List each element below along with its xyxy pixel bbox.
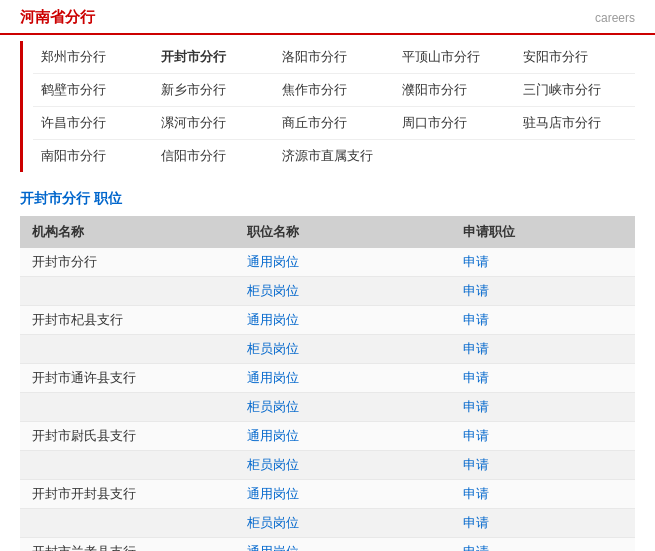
branch-row: 许昌市分行 漯河市分行 商丘市分行 周口市分行 驻马店市分行 [33, 107, 635, 140]
branch-cell[interactable]: 三门峡市分行 [515, 79, 635, 101]
org-name-cell: 开封市杞县支行 [20, 306, 235, 335]
branch-cell[interactable]: 商丘市分行 [274, 112, 394, 134]
position-cell[interactable]: 柜员岗位 [235, 509, 450, 538]
org-name-cell: 开封市通许县支行 [20, 364, 235, 393]
branch-cell[interactable]: 安阳市分行 [515, 46, 635, 68]
branch-cell [515, 145, 635, 167]
table-row: 开封市开封县支行通用岗位申请 [20, 480, 635, 509]
branch-cell[interactable]: 周口市分行 [394, 112, 514, 134]
org-name-cell [20, 277, 235, 306]
branch-row: 南阳市分行 信阳市分行 济源市直属支行 [33, 140, 635, 172]
position-link[interactable]: 柜员岗位 [247, 341, 299, 356]
branch-row: 郑州市分行 开封市分行 洛阳市分行 平顶山市分行 安阳市分行 [33, 41, 635, 74]
col-header-action: 申请职位 [451, 216, 636, 248]
branch-cell[interactable]: 开封市分行 [153, 46, 273, 68]
apply-link[interactable]: 申请 [463, 428, 489, 443]
action-cell[interactable]: 申请 [451, 393, 636, 422]
position-link[interactable]: 通用岗位 [247, 312, 299, 327]
position-cell[interactable]: 柜员岗位 [235, 451, 450, 480]
branch-cell[interactable]: 平顶山市分行 [394, 46, 514, 68]
branch-cell[interactable]: 郑州市分行 [33, 46, 153, 68]
action-cell[interactable]: 申请 [451, 422, 636, 451]
table-row: 柜员岗位申请 [20, 335, 635, 364]
table-row: 开封市尉氏县支行通用岗位申请 [20, 422, 635, 451]
position-link[interactable]: 柜员岗位 [247, 457, 299, 472]
table-row: 柜员岗位申请 [20, 509, 635, 538]
branch-row: 鹤壁市分行 新乡市分行 焦作市分行 濮阳市分行 三门峡市分行 [33, 74, 635, 107]
action-cell[interactable]: 申请 [451, 509, 636, 538]
careers-label: careers [595, 11, 635, 25]
apply-link[interactable]: 申请 [463, 370, 489, 385]
org-name-cell [20, 393, 235, 422]
province-title: 河南省分行 [20, 8, 95, 27]
position-cell[interactable]: 通用岗位 [235, 422, 450, 451]
page-header: 河南省分行 careers [0, 0, 655, 35]
table-row: 柜员岗位申请 [20, 451, 635, 480]
branch-grid: 郑州市分行 开封市分行 洛阳市分行 平顶山市分行 安阳市分行 鹤壁市分行 新乡市… [20, 41, 635, 172]
table-row: 开封市杞县支行通用岗位申请 [20, 306, 635, 335]
table-row: 柜员岗位申请 [20, 393, 635, 422]
action-cell[interactable]: 申请 [451, 480, 636, 509]
position-link[interactable]: 通用岗位 [247, 428, 299, 443]
position-cell[interactable]: 柜员岗位 [235, 393, 450, 422]
org-name-cell [20, 509, 235, 538]
branch-cell[interactable]: 鹤壁市分行 [33, 79, 153, 101]
org-name-cell: 开封市兰考县支行 [20, 538, 235, 552]
table-row: 开封市分行通用岗位申请 [20, 248, 635, 277]
apply-link[interactable]: 申请 [463, 312, 489, 327]
section-title: 开封市分行 职位 [0, 178, 655, 216]
apply-link[interactable]: 申请 [463, 283, 489, 298]
table-row: 柜员岗位申请 [20, 277, 635, 306]
action-cell[interactable]: 申请 [451, 248, 636, 277]
action-cell[interactable]: 申请 [451, 306, 636, 335]
jobs-table: 机构名称 职位名称 申请职位 开封市分行通用岗位申请柜员岗位申请开封市杞县支行通… [20, 216, 635, 551]
position-link[interactable]: 柜员岗位 [247, 283, 299, 298]
action-cell[interactable]: 申请 [451, 277, 636, 306]
apply-link[interactable]: 申请 [463, 457, 489, 472]
apply-link[interactable]: 申请 [463, 544, 489, 551]
branch-cell[interactable]: 济源市直属支行 [274, 145, 394, 167]
position-link[interactable]: 通用岗位 [247, 370, 299, 385]
org-name-cell [20, 335, 235, 364]
branch-cell[interactable]: 焦作市分行 [274, 79, 394, 101]
position-cell[interactable]: 柜员岗位 [235, 277, 450, 306]
position-cell[interactable]: 通用岗位 [235, 538, 450, 552]
position-cell[interactable]: 通用岗位 [235, 364, 450, 393]
branch-cell[interactable]: 驻马店市分行 [515, 112, 635, 134]
branch-cell[interactable]: 濮阳市分行 [394, 79, 514, 101]
position-cell[interactable]: 柜员岗位 [235, 335, 450, 364]
branch-cell[interactable]: 漯河市分行 [153, 112, 273, 134]
action-cell[interactable]: 申请 [451, 364, 636, 393]
apply-link[interactable]: 申请 [463, 399, 489, 414]
apply-link[interactable]: 申请 [463, 254, 489, 269]
branch-cell [394, 145, 514, 167]
position-link[interactable]: 柜员岗位 [247, 399, 299, 414]
position-cell[interactable]: 通用岗位 [235, 480, 450, 509]
position-link[interactable]: 通用岗位 [247, 486, 299, 501]
col-header-org: 机构名称 [20, 216, 235, 248]
org-name-cell [20, 451, 235, 480]
action-cell[interactable]: 申请 [451, 538, 636, 552]
position-link[interactable]: 通用岗位 [247, 544, 299, 551]
table-row: 开封市兰考县支行通用岗位申请 [20, 538, 635, 552]
position-link[interactable]: 柜员岗位 [247, 515, 299, 530]
org-name-cell: 开封市尉氏县支行 [20, 422, 235, 451]
action-cell[interactable]: 申请 [451, 335, 636, 364]
branch-cell[interactable]: 南阳市分行 [33, 145, 153, 167]
table-row: 开封市通许县支行通用岗位申请 [20, 364, 635, 393]
position-cell[interactable]: 通用岗位 [235, 306, 450, 335]
branch-cell[interactable]: 洛阳市分行 [274, 46, 394, 68]
apply-link[interactable]: 申请 [463, 341, 489, 356]
apply-link[interactable]: 申请 [463, 486, 489, 501]
branch-cell[interactable]: 许昌市分行 [33, 112, 153, 134]
apply-link[interactable]: 申请 [463, 515, 489, 530]
org-name-cell: 开封市开封县支行 [20, 480, 235, 509]
col-header-position: 职位名称 [235, 216, 450, 248]
position-cell[interactable]: 通用岗位 [235, 248, 450, 277]
branch-cell[interactable]: 新乡市分行 [153, 79, 273, 101]
org-name-cell: 开封市分行 [20, 248, 235, 277]
position-link[interactable]: 通用岗位 [247, 254, 299, 269]
action-cell[interactable]: 申请 [451, 451, 636, 480]
table-header-row: 机构名称 职位名称 申请职位 [20, 216, 635, 248]
branch-cell[interactable]: 信阳市分行 [153, 145, 273, 167]
